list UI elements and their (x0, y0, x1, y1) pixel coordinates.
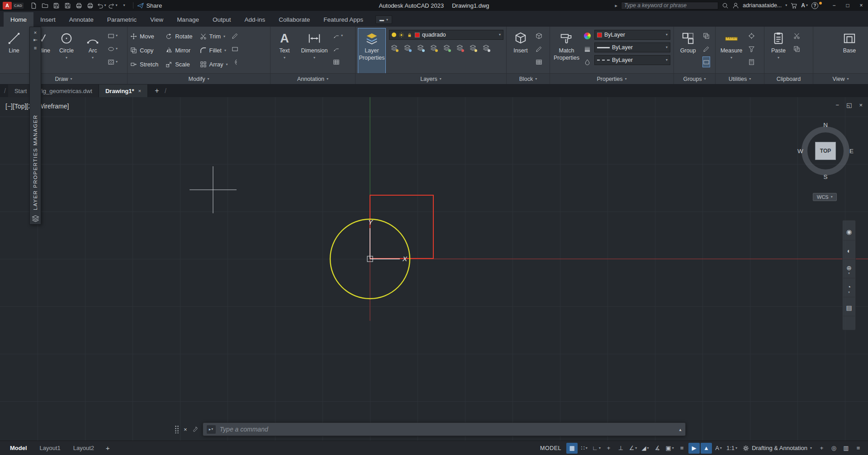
add-cleanup-button[interactable]: +▾ (816, 443, 827, 454)
open-button[interactable] (39, 0, 50, 10)
save-button[interactable] (51, 0, 62, 10)
measure-button[interactable]: Measure ▾ (718, 28, 745, 73)
properties-panel-title[interactable]: Properties▾ (550, 73, 674, 84)
palette-autohide-button[interactable]: ⇤ (31, 36, 39, 44)
utilities-panel-title[interactable]: Utilities▾ (716, 73, 764, 84)
edit-attributes-button[interactable] (536, 57, 542, 67)
quick-calculator-button[interactable] (748, 57, 755, 67)
scale-button[interactable]: Scale (166, 57, 192, 71)
isolate-objects-toggle[interactable]: ◎▾ (828, 443, 840, 454)
viewport-restore-button[interactable]: ◱ (846, 102, 852, 108)
view-panel-title[interactable]: View▾ (813, 73, 868, 84)
groups-panel-title[interactable]: Groups▾ (674, 73, 715, 84)
palette-close-button[interactable]: × (31, 28, 39, 36)
layer-dropdown[interactable]: quadrado ▾ (389, 30, 503, 40)
transparency-button[interactable] (584, 57, 591, 67)
zoom-tool[interactable]: ⊕▾ (843, 261, 855, 278)
table-button[interactable] (333, 57, 343, 67)
palette-properties-menu-button[interactable]: ≡ (31, 44, 39, 52)
viewcube-east[interactable]: E (849, 148, 854, 155)
lineweight-settings-button[interactable] (584, 44, 591, 54)
quick-select-button[interactable] (748, 44, 755, 54)
layout1-tab[interactable]: Layout1 (33, 441, 67, 455)
help-button[interactable]: ? (811, 2, 818, 9)
user-avatar-icon[interactable] (732, 2, 739, 9)
viewcube-north[interactable]: N (823, 122, 828, 128)
command-line-bar[interactable]: ▸▾ ▴ (203, 422, 686, 436)
viewport-close-button[interactable]: × (859, 102, 863, 108)
layer-lock-button[interactable] (428, 42, 438, 52)
wcs-menu-button[interactable]: WCS ▾ (813, 193, 837, 201)
block-panel-title[interactable]: Block▾ (507, 73, 550, 84)
match-properties-button[interactable]: Match Properties (553, 28, 580, 73)
circle-flyout-caret-icon[interactable]: ▾ (66, 55, 67, 61)
ribbon-tab-collaborate[interactable]: Collaborate (272, 12, 317, 27)
move-button[interactable]: Move (130, 29, 158, 43)
new-layout-button[interactable]: + (102, 443, 113, 453)
dimension-flyout-caret-icon[interactable]: ▾ (313, 55, 315, 61)
ribbon-tab-view[interactable]: View (143, 12, 170, 27)
ribbon-tab-manage[interactable]: Manage (170, 12, 206, 27)
modify-panel-title[interactable]: Modify▾ (128, 73, 270, 84)
line-button[interactable]: Line (3, 28, 25, 73)
ribbon-tab-output[interactable]: Output (206, 12, 238, 27)
ribbon-tab-add-ins[interactable]: Add-ins (237, 12, 272, 27)
explode-button[interactable] (232, 44, 238, 54)
layers-panel-title[interactable]: Layers▾ (356, 73, 506, 84)
file-tab-close-icon[interactable]: × (138, 88, 141, 94)
object-color-caret-icon[interactable]: ▾ (666, 33, 668, 37)
dynamic-input-toggle[interactable]: +▾ (603, 443, 614, 454)
group-selection-toggle[interactable] (703, 57, 710, 67)
customization-menu-button[interactable]: ≡▾ (853, 443, 864, 454)
viewcube-south[interactable]: S (823, 174, 827, 180)
lineweight-dropdown[interactable]: ByLayer ▾ (594, 42, 670, 52)
layer-unisolate-button[interactable] (455, 42, 465, 52)
base-view-button[interactable]: Base (838, 28, 861, 73)
command-input[interactable] (220, 426, 675, 433)
dimension-button[interactable]: Dimension ▾ (299, 28, 329, 73)
layer-isolate-button[interactable] (402, 42, 412, 52)
search-button[interactable] (722, 2, 729, 9)
recent-commands-button[interactable]: ▸▾ (207, 425, 216, 434)
palette-title[interactable]: LAYER PROPERTIES MANAGER (33, 56, 38, 210)
layer-properties-button[interactable]: Layer Properties (358, 28, 385, 73)
model-space-viewport[interactable]: YX [−][Top][2D Wireframe] − ◱ × N S W E … (0, 97, 868, 441)
id-point-button[interactable] (748, 31, 755, 41)
copy-button[interactable]: Copy (130, 43, 158, 57)
viewcube[interactable]: N S W E TOP (796, 121, 855, 181)
annotation-autoscale-toggle[interactable]: A▾ (713, 443, 724, 454)
layer-unlock-button[interactable] (481, 42, 491, 52)
file-tab-drawing1[interactable]: Drawing1*× (99, 84, 148, 97)
polar-tracking-toggle[interactable]: ∠▾ (627, 443, 639, 454)
command-line-customize-button[interactable] (192, 426, 198, 432)
layer-off-button[interactable] (389, 42, 399, 52)
object-color-dropdown[interactable]: ByLayer ▾ (594, 30, 670, 40)
qat-customize-button[interactable]: ▾ (119, 0, 129, 10)
search-input[interactable] (624, 2, 715, 9)
titlebar-expand-arrow-icon[interactable]: ▸ (615, 3, 618, 8)
paste-flyout-caret-icon[interactable]: ▾ (778, 55, 779, 61)
search-field[interactable] (621, 2, 718, 9)
group-button[interactable]: Group (677, 28, 699, 73)
username-label[interactable]: adrianaataide... (743, 2, 782, 9)
array-button[interactable]: Array▾ (200, 57, 228, 71)
rectangle-button[interactable]: ▾ (108, 31, 118, 41)
ribbon-display-toggle[interactable]: ▬▾ (375, 15, 392, 24)
app-store-cart-button[interactable] (791, 2, 797, 9)
create-block-button[interactable] (536, 31, 542, 41)
ungroup-button[interactable] (703, 31, 710, 41)
viewcube-top-face[interactable]: TOP (815, 142, 836, 160)
lineweight-caret-icon[interactable]: ▾ (666, 46, 668, 49)
isometric-drafting-toggle[interactable]: ◢▾ (640, 443, 651, 454)
plot-button[interactable] (73, 0, 84, 10)
object-color-wheel-icon[interactable] (584, 31, 591, 41)
maximize-button[interactable]: □ (841, 0, 854, 11)
navigation-wheel-tool[interactable]: ◉▾ (843, 223, 855, 240)
arc-flyout-caret-icon[interactable]: ▾ (92, 55, 94, 61)
annotation-visibility-toggle[interactable]: ▲▾ (701, 443, 712, 454)
command-history-toggle[interactable]: ▴ (679, 427, 682, 432)
text-button[interactable]: A Text ▾ (273, 28, 296, 73)
circle-button[interactable]: Circle ▾ (55, 28, 78, 73)
copy-clip-button[interactable] (793, 44, 800, 54)
model-space-tab[interactable]: Model (4, 441, 33, 455)
